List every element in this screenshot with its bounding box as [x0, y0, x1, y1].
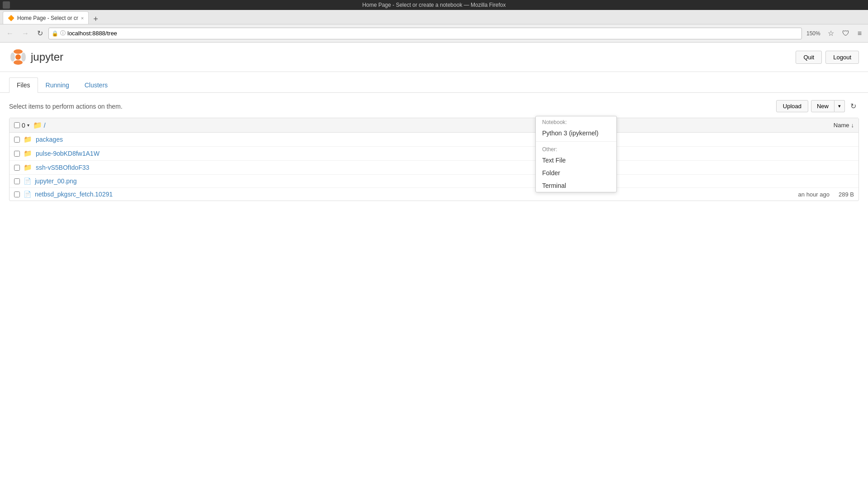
svg-point-1 [14, 60, 23, 65]
refresh-button[interactable]: ↻ [34, 27, 46, 39]
file-row-right: an hour ago 289 B [798, 191, 854, 198]
forward-button[interactable]: → [19, 28, 32, 39]
tab-files[interactable]: Files [9, 77, 38, 93]
address-input[interactable] [67, 30, 799, 37]
file-name[interactable]: jupyter_00.png [35, 177, 77, 185]
new-button-caret[interactable]: ▾ [835, 100, 845, 112]
terminal-option[interactable]: Terminal [536, 179, 616, 192]
tab-favicon: 🔶 [8, 15, 14, 21]
file-list-header: 0 ▾ 📁 / Name ↓ [10, 118, 858, 133]
file-checkbox[interactable] [14, 191, 20, 197]
file-row: 📁 packages [10, 133, 858, 147]
name-sort[interactable]: Name ↓ [834, 122, 854, 129]
file-checkbox[interactable] [14, 151, 20, 157]
page-content: jupyter Quit Logout Files Running Cluste… [0, 43, 868, 208]
file-checkbox[interactable] [14, 165, 20, 171]
file-row-left: 📁 ssh-vS5BOfIdoF33 [14, 163, 841, 172]
page-header: jupyter Quit Logout [0, 43, 868, 72]
file-list-header-right: Name ↓ [834, 122, 854, 129]
python3-option[interactable]: Python 3 (ipykernel) [536, 127, 616, 139]
folder-option[interactable]: Folder [536, 167, 616, 179]
new-tab-button[interactable]: + [91, 14, 101, 24]
select-info-text: Select items to perform actions on them. [9, 103, 123, 110]
file-browser: Select items to perform actions on them.… [0, 93, 868, 208]
info-icon: ⓘ [60, 29, 66, 37]
file-icon: 📄 [24, 191, 31, 198]
header-buttons: Quit Logout [796, 51, 859, 64]
folder-icon: 📁 [24, 135, 32, 144]
jupyter-logo: jupyter [9, 48, 63, 66]
other-section-label: Other: [536, 144, 616, 154]
svg-point-4 [15, 54, 21, 60]
new-button-group: New ▾ [811, 100, 845, 112]
tab-bar: 🔶 Home Page - Select or cr × + [0, 10, 868, 24]
lock-icon: 🔒 [52, 30, 58, 37]
file-row-left: 📁 packages [14, 135, 841, 144]
quit-button[interactable]: Quit [796, 51, 822, 64]
svg-point-3 [21, 53, 26, 62]
browser-toolbar: ← → ↻ 🔒 ⓘ 150% ☆ 🛡 ≡ [0, 24, 868, 43]
file-list-header-left: 0 ▾ 📁 / [14, 121, 830, 129]
svg-point-2 [10, 53, 15, 62]
svg-point-0 [14, 49, 23, 54]
file-browser-actions: Upload New ▾ ↻ [776, 100, 859, 112]
sort-icon: ↓ [851, 122, 854, 129]
file-name[interactable]: ssh-vS5BOfIdoF33 [36, 164, 89, 171]
file-size: 289 B [839, 191, 854, 198]
file-row-left: 📄 jupyter_00.png [14, 177, 841, 185]
folder-icon-header: 📁 [33, 121, 42, 129]
file-name[interactable]: packages [36, 136, 63, 143]
file-icon: 📄 [24, 177, 31, 185]
folder-icon: 📁 [24, 163, 32, 172]
name-label: Name [834, 122, 849, 129]
back-button[interactable]: ← [4, 28, 16, 39]
file-browser-toolbar: Select items to perform actions on them.… [9, 100, 859, 112]
file-row-left: 📁 pulse-9obKD8fw1A1W [14, 149, 841, 158]
file-row: 📄 jupyter_00.png [10, 175, 858, 188]
browser-titlebar: Home Page - Select or create a notebook … [0, 0, 868, 10]
bookmark-button[interactable]: ☆ [825, 27, 837, 39]
breadcrumb: 📁 / [33, 121, 46, 129]
titlebar-text: Home Page - Select or create a notebook … [362, 2, 506, 8]
file-row: 📄 netbsd_pkgsrc_fetch.10291 an hour ago … [10, 188, 858, 201]
refresh-files-button[interactable]: ↻ [848, 100, 859, 112]
logout-button[interactable]: Logout [825, 51, 859, 64]
select-all-checkbox[interactable] [14, 122, 20, 128]
zoom-level: 150% [805, 30, 822, 37]
tab-running[interactable]: Running [38, 77, 77, 92]
folder-icon: 📁 [24, 149, 32, 158]
count-badge: 0 ▾ [22, 122, 29, 129]
selected-count: 0 [22, 122, 25, 129]
file-row: 📁 pulse-9obKD8fw1A1W [10, 147, 858, 161]
address-bar: 🔒 ⓘ [48, 28, 802, 39]
file-name[interactable]: pulse-9obKD8fw1A1W [36, 150, 100, 157]
tab-close-button[interactable]: × [81, 15, 84, 21]
text-file-option[interactable]: Text File [536, 154, 616, 167]
file-checkbox[interactable] [14, 137, 20, 143]
browser-tab-active[interactable]: 🔶 Home Page - Select or cr × [3, 11, 89, 24]
main-tabs: Files Running Clusters [0, 72, 868, 93]
file-list: 0 ▾ 📁 / Name ↓ [9, 118, 859, 201]
jupyter-logo-text: jupyter [31, 51, 63, 63]
dropdown-divider [536, 141, 616, 142]
new-button[interactable]: New [811, 100, 835, 112]
menu-button[interactable]: ≡ [855, 28, 864, 39]
tab-clusters[interactable]: Clusters [77, 77, 115, 92]
file-row-left: 📄 netbsd_pkgsrc_fetch.10291 [14, 191, 795, 198]
tab-label: Home Page - Select or cr [17, 15, 78, 21]
breadcrumb-root[interactable]: / [44, 122, 46, 129]
file-row: 📁 ssh-vS5BOfIdoF33 [10, 161, 858, 175]
new-dropdown-menu: Notebook: Python 3 (ipykernel) Other: Te… [535, 116, 617, 192]
select-all-wrap: 0 ▾ [14, 122, 29, 129]
shield-button[interactable]: 🛡 [839, 28, 852, 39]
jupyter-logo-icon [9, 48, 27, 66]
notebook-section-label: Notebook: [536, 116, 616, 127]
upload-button[interactable]: Upload [776, 100, 808, 112]
window-icon [3, 1, 10, 9]
file-modified: an hour ago [798, 191, 830, 198]
file-checkbox[interactable] [14, 178, 20, 184]
file-name[interactable]: netbsd_pkgsrc_fetch.10291 [35, 191, 113, 198]
count-dropdown-arrow[interactable]: ▾ [27, 123, 29, 128]
